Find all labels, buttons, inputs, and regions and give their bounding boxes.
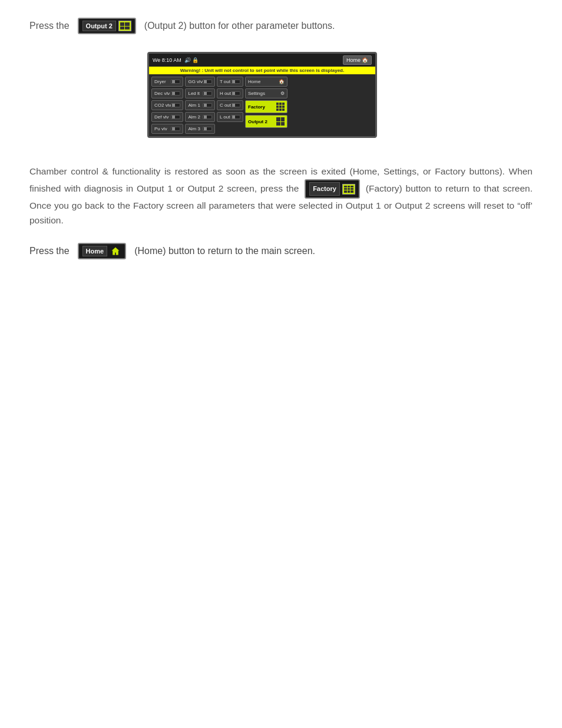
factory-grid-icon: [276, 103, 285, 111]
lout-toggle: [231, 115, 240, 119]
output2-label: Output 2: [82, 21, 116, 31]
decvlv-toggle: [171, 91, 180, 95]
device-screen: We 8:10 AM 🔊 🔒 Home 🏠 Warning! : Unit wi…: [147, 52, 377, 138]
time-area: We 8:10 AM 🔊 🔒: [153, 57, 199, 63]
home-button-inline: Home: [78, 243, 127, 259]
param-col-2: GG vlv Led lt Alm 1 Alm 2 Alm 3: [185, 77, 214, 134]
section1: Press the Output 2 (Output 2) button for…: [29, 18, 533, 34]
alm2-toggle: [203, 115, 212, 119]
output2-button[interactable]: Output 2: [78, 18, 136, 34]
home-button[interactable]: Home: [78, 243, 127, 259]
screen-mockup: We 8:10 AM 🔊 🔒 Home 🏠 Warning! : Unit wi…: [147, 52, 377, 138]
screen-home-label: Home: [346, 57, 361, 63]
warning-bar: Warning! : Unit will not control to set …: [149, 67, 375, 74]
param-t-out[interactable]: T out: [217, 77, 243, 87]
param-led-lt[interactable]: Led lt: [185, 88, 214, 98]
header-icons: 🔊 🔒: [184, 57, 199, 63]
tout-toggle: [231, 80, 240, 84]
output2-side-icon: [276, 117, 285, 126]
param-dec-vlv[interactable]: Dec vlv: [151, 88, 183, 98]
screen-factory-btn[interactable]: Factory: [245, 100, 287, 113]
param-co2-vlv[interactable]: CO2 vlv: [151, 100, 183, 110]
section3-home-text: (Home) button to return to the main scre…: [134, 246, 315, 256]
defvlv-toggle: [171, 115, 180, 119]
screen-home-btn[interactable]: Home 🏠: [343, 55, 372, 65]
param-c-out[interactable]: C out: [217, 100, 243, 110]
ggvlv-toggle: [203, 80, 212, 84]
param-alm1[interactable]: Alm 1: [185, 100, 214, 110]
screen-settings-btn[interactable]: Settings ⚙: [245, 88, 287, 98]
param-pu-vlv[interactable]: Pu vlv: [151, 124, 183, 134]
param-col-3: T out H out C out L out: [217, 77, 243, 134]
param-h-out[interactable]: H out: [217, 88, 243, 98]
screen-output2-btn[interactable]: Output 2: [245, 115, 287, 128]
section3-press-text: Press the: [29, 246, 70, 256]
output2-button-inline: Output 2: [78, 18, 136, 34]
alm3-toggle: [203, 127, 212, 131]
param-col-1: Dryer Dec vlv CO2 vlv Def vlv Pu vlv: [151, 77, 183, 134]
factory-button[interactable]: Factory: [305, 179, 360, 199]
param-columns: Dryer Dec vlv CO2 vlv Def vlv Pu vlv: [151, 77, 243, 134]
param-gg-vlv[interactable]: GG vlv: [185, 77, 214, 87]
factory-button-inline: Factory: [305, 179, 360, 199]
alm1-toggle: [203, 103, 212, 107]
param-dryer[interactable]: Dryer: [151, 77, 183, 87]
home-btn-label: Home: [82, 246, 108, 256]
factory-grid-btn-icon: [342, 184, 355, 195]
screen-right-btns: Home 🏠 Settings ⚙ Factory Output 2: [245, 77, 287, 134]
screen-home-icon: 🏠: [362, 57, 368, 63]
press-text-before: Press the: [29, 21, 70, 31]
ledlt-toggle: [203, 91, 212, 95]
section2-paragraph: Chamber control & functionality is resto…: [29, 164, 533, 228]
settings-icon: ⚙: [280, 91, 285, 96]
dryer-toggle: [171, 80, 180, 84]
param-alm2[interactable]: Alm 2: [185, 112, 214, 122]
screen-time: We 8:10 AM: [153, 57, 181, 63]
param-alm3[interactable]: Alm 3: [185, 124, 214, 134]
cout-toggle: [231, 103, 240, 107]
hout-toggle: [231, 91, 240, 95]
param-def-vlv[interactable]: Def vlv: [151, 112, 183, 122]
co2vlv-toggle: [171, 103, 180, 107]
factory-label: Factory: [309, 182, 340, 196]
section3: Press the Home (Home) button to return t…: [29, 243, 533, 259]
press-text-after: (Output 2) button for other parameter bu…: [144, 21, 335, 31]
screen-home-side-btn[interactable]: Home 🏠: [245, 77, 287, 87]
param-l-out[interactable]: L out: [217, 112, 243, 122]
screen-body: Dryer Dec vlv CO2 vlv Def vlv Pu vlv: [149, 74, 375, 136]
output2-grid-icon: [118, 21, 131, 31]
puvlv-toggle: [171, 127, 180, 131]
section2-factory-paren: (Factory): [366, 183, 402, 193]
screen-header: We 8:10 AM 🔊 🔒 Home 🏠: [149, 54, 375, 67]
home-side-icon: 🏠: [279, 79, 285, 84]
home-btn-icon: [110, 246, 121, 256]
